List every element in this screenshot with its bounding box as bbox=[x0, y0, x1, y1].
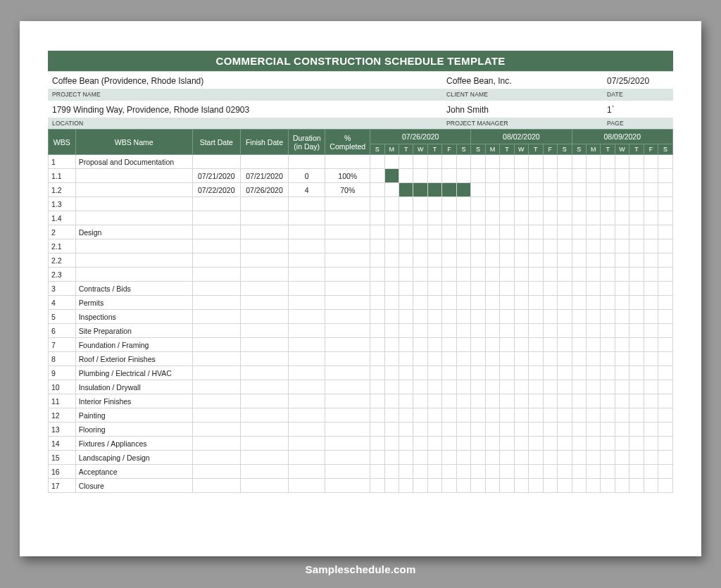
cell-pct bbox=[325, 310, 370, 324]
gantt-cell bbox=[471, 338, 485, 352]
cell-start bbox=[192, 380, 240, 394]
th-start: Start Date bbox=[192, 130, 240, 155]
gantt-cell bbox=[629, 423, 644, 437]
gantt-cell bbox=[514, 479, 528, 493]
cell-wbs: 17 bbox=[49, 479, 76, 493]
gantt-cell bbox=[601, 408, 615, 423]
gantt-cell bbox=[370, 310, 384, 324]
gantt-cell bbox=[456, 310, 471, 324]
table-row: 9Plumbing / Electrical / HVAC bbox=[49, 366, 673, 380]
cell-start bbox=[192, 352, 240, 366]
gantt-cell bbox=[485, 479, 499, 493]
gantt-cell bbox=[500, 338, 514, 352]
gantt-cell bbox=[384, 338, 399, 352]
gantt-cell bbox=[572, 268, 586, 282]
gantt-cell bbox=[514, 352, 528, 366]
gantt-cell bbox=[370, 437, 384, 451]
gantt-cell bbox=[558, 479, 572, 493]
th-dow: S bbox=[572, 144, 586, 155]
cell-pct bbox=[325, 465, 370, 479]
gantt-cell bbox=[601, 324, 615, 338]
gantt-cell bbox=[658, 366, 673, 380]
gantt-cell bbox=[399, 380, 413, 394]
cell-duration bbox=[289, 197, 325, 211]
gantt-cell bbox=[514, 380, 528, 394]
gantt-cell bbox=[485, 310, 499, 324]
gantt-cell bbox=[558, 394, 572, 408]
cell-start bbox=[192, 366, 240, 380]
gantt-cell bbox=[456, 239, 471, 254]
gantt-cell bbox=[572, 296, 586, 310]
cell-pct bbox=[325, 211, 370, 225]
gantt-cell bbox=[500, 282, 514, 296]
gantt-cell bbox=[529, 296, 543, 310]
gantt-cell bbox=[485, 408, 499, 423]
gantt-cell bbox=[456, 155, 471, 169]
cell-finish bbox=[240, 155, 288, 169]
gantt-cell bbox=[644, 437, 658, 451]
gantt-cell bbox=[442, 352, 456, 366]
gantt-cell bbox=[370, 366, 384, 380]
gantt-cell bbox=[384, 225, 399, 239]
gantt-cell bbox=[529, 282, 543, 296]
gantt-cell bbox=[500, 380, 514, 394]
gantt-cell bbox=[543, 423, 557, 437]
gantt-cell bbox=[572, 423, 586, 437]
gantt-cell bbox=[384, 352, 399, 366]
gantt-cell bbox=[615, 479, 629, 493]
gantt-cell bbox=[615, 254, 629, 268]
gantt-cell bbox=[427, 282, 441, 296]
gantt-cell bbox=[529, 254, 543, 268]
cell-wbs: 1.3 bbox=[49, 197, 76, 211]
gantt-cell bbox=[586, 394, 600, 408]
gantt-cell bbox=[485, 268, 499, 282]
gantt-cell bbox=[427, 408, 441, 423]
cell-wbs: 2.3 bbox=[49, 268, 76, 282]
th-dow: S bbox=[471, 144, 485, 155]
gantt-cell bbox=[615, 451, 629, 465]
gantt-cell bbox=[500, 423, 514, 437]
table-row: 15Landscaping / Design bbox=[49, 451, 673, 465]
gantt-cell bbox=[644, 451, 658, 465]
cell-name bbox=[75, 268, 192, 282]
cell-pct bbox=[325, 197, 370, 211]
th-dow: T bbox=[500, 144, 514, 155]
project-name-label: PROJECT NAME bbox=[48, 89, 442, 100]
gantt-cell bbox=[442, 479, 456, 493]
gantt-cell bbox=[586, 169, 600, 183]
gantt-cell bbox=[658, 183, 673, 197]
th-dow: F bbox=[442, 144, 456, 155]
gantt-cell bbox=[514, 408, 528, 423]
cell-duration bbox=[289, 324, 325, 338]
gantt-cell bbox=[658, 268, 673, 282]
gantt-cell bbox=[572, 211, 586, 225]
gantt-cell bbox=[427, 451, 441, 465]
gantt-cell bbox=[601, 310, 615, 324]
gantt-cell bbox=[514, 394, 528, 408]
gantt-cell bbox=[558, 465, 572, 479]
gantt-cell bbox=[456, 394, 471, 408]
cell-finish bbox=[240, 296, 288, 310]
cell-name bbox=[75, 169, 192, 183]
th-dow: M bbox=[384, 144, 399, 155]
cell-name: Painting bbox=[75, 408, 192, 423]
gantt-cell bbox=[629, 465, 644, 479]
gantt-cell bbox=[471, 155, 485, 169]
gantt-cell bbox=[500, 268, 514, 282]
gantt-cell bbox=[558, 380, 572, 394]
gantt-cell bbox=[543, 268, 557, 282]
gantt-cell bbox=[456, 423, 471, 437]
gantt-cell bbox=[456, 225, 471, 239]
gantt-cell bbox=[442, 183, 456, 197]
gantt-cell bbox=[384, 155, 399, 169]
cell-wbs: 2 bbox=[49, 225, 76, 239]
gantt-cell bbox=[471, 296, 485, 310]
cell-name bbox=[75, 183, 192, 197]
title-bar: COMMERCIAL CONSTRUCTION SCHEDULE TEMPLAT… bbox=[48, 51, 673, 71]
gantt-cell bbox=[442, 408, 456, 423]
gantt-cell bbox=[456, 338, 471, 352]
gantt-cell bbox=[586, 254, 600, 268]
gantt-cell bbox=[644, 197, 658, 211]
gantt-cell bbox=[413, 437, 427, 451]
cell-finish bbox=[240, 479, 288, 493]
